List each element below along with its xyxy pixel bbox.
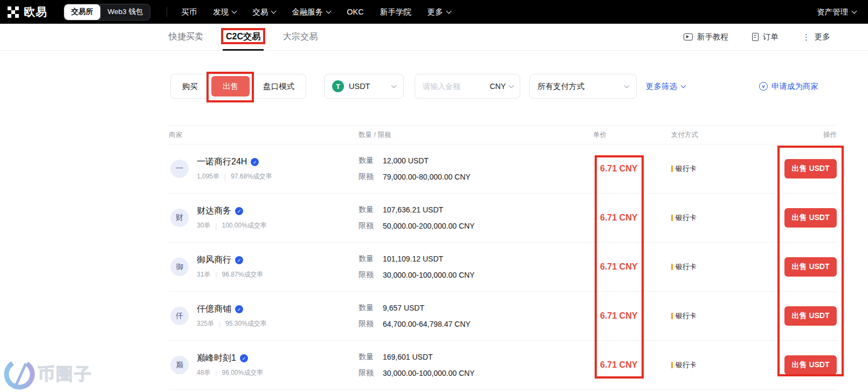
completion-rate: 96.87%成交率 (222, 270, 263, 279)
beginner-tutorial-button[interactable]: 新手教程 (684, 32, 728, 42)
unit-price: 6.71 CNY (600, 311, 637, 320)
price-cell: 6.71 CNY (593, 311, 671, 321)
action-cell: 出售 USDT (784, 159, 837, 178)
nav-item-more[interactable]: 更多 (428, 7, 451, 17)
merchant-avatar: 一 (170, 160, 189, 178)
merchant-name[interactable]: 御风商行 (197, 255, 231, 266)
completion-rate: 97.68%成交率 (231, 172, 272, 181)
tab-express-trade[interactable]: 快捷买卖 (169, 24, 203, 50)
currency-select[interactable]: CNY (490, 82, 513, 91)
header-price: 单价 (593, 130, 671, 140)
merchant-avatar: 仟 (170, 307, 189, 325)
order-count: 48单 (197, 368, 210, 377)
subnav-tabs: 快捷买卖 C2C交易 大宗交易 (169, 24, 318, 50)
sell-usdt-button[interactable]: 出售 USDT (784, 208, 837, 228)
payment-method: 银行卡 (676, 213, 697, 223)
payment-cell: 银行卡 (671, 360, 784, 370)
merchant-stats: 1,095单 | 97.68%成交率 (197, 172, 272, 181)
merchant-name[interactable]: 一诺商行24H (197, 156, 247, 168)
tether-usdt-icon: T (332, 80, 344, 92)
amount-value: 169,601 USDT (383, 353, 433, 361)
payment-method-select[interactable]: 所有支付方式 (529, 74, 637, 99)
merchant-stats: 31单 | 96.87%成交率 (197, 270, 263, 279)
tab-block-trade[interactable]: 大宗交易 (283, 24, 318, 50)
sell-usdt-button[interactable]: 出售 USDT (784, 159, 837, 178)
toggle-web3-wallet[interactable]: Web3 钱包 (100, 4, 150, 20)
buy-tab[interactable]: 购买 (171, 74, 209, 98)
limit-label: 限额 (359, 172, 383, 182)
nav-divider (167, 7, 167, 17)
nav-item-discover[interactable]: 发现 (213, 7, 236, 17)
merchant-cell: 仟 仟億商铺 ✓ 325单 | 95.30%成交率 (169, 304, 359, 328)
trade-side-tabs: 购买 出售 盘口模式 (170, 74, 306, 99)
amount-input[interactable] (422, 81, 473, 91)
table-row: 巅 巅峰时刻1 ✓ 48单 | 96.00%成交率 数量 169,601 USD… (169, 341, 837, 390)
limit-label: 限额 (359, 221, 383, 231)
crypto-select[interactable]: T USDT (324, 74, 404, 99)
nav-item-okc[interactable]: OKC (347, 8, 363, 16)
order-count: 31单 (197, 270, 210, 279)
orders-button[interactable]: 订单 (752, 32, 779, 42)
order-count: 325单 (197, 319, 214, 328)
unit-price: 6.71 CNY (600, 262, 637, 271)
nav-item-financial-services[interactable]: 金融服务 (292, 7, 330, 17)
merchant-name[interactable]: 仟億商铺 (197, 304, 231, 315)
amount-limit-cell: 数量 9,657 USDT 限额 64,700.00-64,798.47 CNY (359, 303, 593, 329)
nav-item-trade[interactable]: 交易 (252, 7, 275, 17)
completion-rate: 96.00%成交率 (222, 368, 263, 377)
verified-badge-icon: ✓ (240, 354, 248, 362)
order-count: 30单 (197, 221, 210, 230)
exchange-web3-toggle: 交易所 Web3 钱包 (64, 4, 150, 20)
okx-brand[interactable]: 欧易 (8, 4, 47, 19)
more-filters-link[interactable]: 更多筛选 (646, 81, 685, 92)
verified-badge-icon: ✓ (235, 256, 243, 264)
top-navbar: 欧易 交易所 Web3 钱包 买币 发现 交易 金融服务 OKC 新手学院 更多… (0, 0, 868, 24)
order-document-icon (752, 33, 759, 41)
chevron-down-icon (232, 8, 237, 13)
unit-price: 6.71 CNY (600, 360, 637, 369)
bank-card-icon (671, 215, 673, 221)
price-cell: 6.71 CNY (593, 360, 671, 370)
payment-select-value: 所有支付方式 (538, 81, 584, 92)
nav-item-assets[interactable]: 资产管理 (817, 7, 856, 17)
limit-label: 限额 (359, 270, 383, 280)
merchant-avatar: 财 (170, 209, 189, 227)
chevron-down-icon (446, 8, 451, 13)
merchant-stats: 325单 | 95.30%成交率 (197, 319, 267, 328)
chevron-down-icon (852, 8, 857, 13)
nav-item-academy[interactable]: 新手学院 (380, 7, 411, 17)
toggle-exchange[interactable]: 交易所 (64, 4, 100, 20)
chevron-down-icon (326, 8, 332, 13)
sell-usdt-button[interactable]: 出售 USDT (784, 306, 837, 326)
more-menu-button[interactable]: ⋮ 更多 (802, 32, 830, 42)
okx-logo-icon (8, 6, 19, 18)
verified-badge-icon: ✓ (251, 158, 259, 166)
unit-price: 6.71 CNY (600, 164, 637, 173)
merchant-name[interactable]: 财达商务 (197, 205, 231, 217)
payment-cell: 银行卡 (671, 262, 784, 272)
amount-value: 12,000 USDT (383, 156, 429, 165)
video-tutorial-icon (684, 33, 693, 40)
header-amount-limit: 数量 / 限额 (359, 130, 593, 140)
become-merchant-link[interactable]: v 申请成为商家 (759, 81, 818, 92)
sell-usdt-button[interactable]: 出售 USDT (784, 355, 837, 375)
amount-label: 数量 (359, 303, 383, 313)
sell-tab[interactable]: 出售 (211, 76, 250, 97)
merchant-shield-icon: v (759, 82, 768, 91)
table-row: 财 财达商务 ✓ 30单 | 100.00%成交率 数量 107,636.21 … (169, 194, 837, 243)
amount-limit-cell: 数量 107,636.21 USDT 限额 50,000.00-200,000.… (359, 205, 593, 231)
bank-card-icon (671, 264, 673, 270)
merchant-avatar: 巅 (170, 356, 189, 374)
order-count: 1,095单 (197, 172, 219, 181)
limit-label: 限额 (359, 319, 383, 329)
merchant-name[interactable]: 巅峰时刻1 (197, 353, 236, 364)
action-cell: 出售 USDT (784, 355, 837, 375)
orderbook-mode-tab[interactable]: 盘口模式 (252, 74, 306, 98)
amount-limit-cell: 数量 12,000 USDT 限额 79,000.00-80,000.00 CN… (359, 156, 593, 182)
table-row: 御 御风商行 ✓ 31单 | 96.87%成交率 数量 101,109.12 U… (169, 243, 837, 292)
nav-item-buy-crypto[interactable]: 买币 (181, 7, 197, 17)
amount-label: 数量 (359, 254, 383, 264)
tab-c2c-trade[interactable]: C2C交易 (226, 24, 260, 50)
sell-usdt-button[interactable]: 出售 USDT (784, 257, 837, 277)
merchant-stats: 30单 | 100.00%成交率 (197, 221, 267, 230)
